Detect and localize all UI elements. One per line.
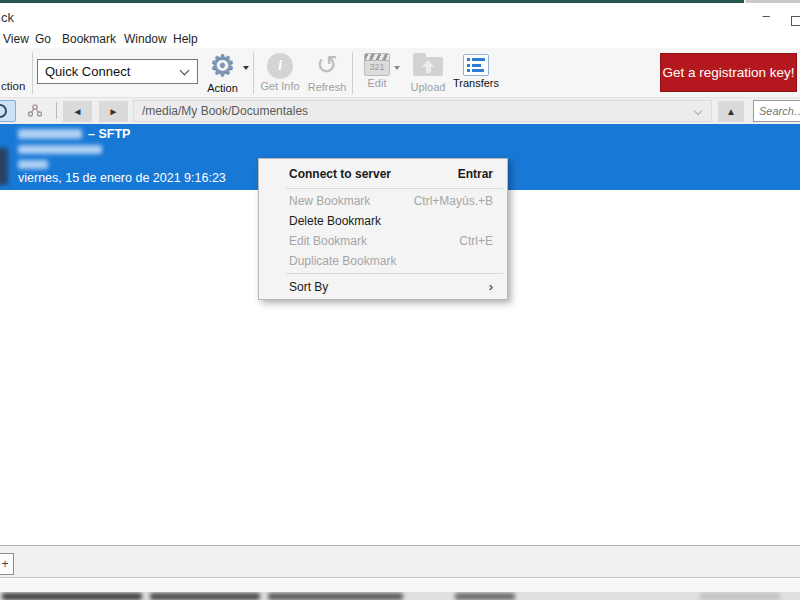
search-box [753,100,800,122]
menu-item-delete-bookmark[interactable]: Delete Bookmark [259,211,507,231]
edit-button[interactable]: 321 Edit [357,50,397,89]
edit-label: Edit [357,77,397,89]
transfers-icon [463,54,489,76]
quick-connect-combobox[interactable]: Quick Connect [37,59,198,84]
cyberduck-window: ck – View Go Bookmark Window Help ction … [0,0,800,600]
action-button[interactable]: ⚙ Action [200,50,245,94]
bookmark-timestamp: viernes, 15 de enero de 2021 9:16:23 [18,171,226,185]
menu-window[interactable]: Window [124,32,167,46]
search-input[interactable] [754,101,800,121]
transfers-label: Transfers [450,77,502,89]
refresh-label: Refresh [303,81,351,93]
history-view-toggle[interactable] [0,100,16,122]
blurred-background-strip [0,592,800,600]
bookmark-protocol: – SFTP [88,127,130,141]
toolbar-separator [352,52,353,94]
current-path: /media/My Book/Documentales [142,104,308,118]
nav-separator [56,102,57,119]
add-bookmark-button[interactable]: + [0,553,14,575]
open-connection-button[interactable]: ction [1,80,25,92]
get-registration-key-button[interactable]: Get a registration key! [660,53,797,92]
quick-connect-value: Quick Connect [45,64,130,79]
path-combobox[interactable]: /media/My Book/Documentales [133,100,712,122]
toolbar-separator [253,52,254,94]
menu-item-new-bookmark[interactable]: New Bookmark Ctrl+Mayús.+B [259,191,507,211]
upload-label: Upload [405,81,451,93]
menu-item-edit-bookmark[interactable]: Edit Bookmark Ctrl+E [259,231,507,251]
shortcut-new-bookmark: Ctrl+Mayús.+B [414,194,493,208]
toolbar: ction Quick Connect ⚙ Action i Get Info … [0,48,800,98]
refresh-icon: ↺ [303,50,351,80]
back-button[interactable]: ◄ [63,101,92,122]
menu-item-duplicate-bookmark[interactable]: Duplicate Bookmark [259,251,507,271]
menu-bar: View Go Bookmark Window Help [0,29,800,48]
status-bar: + [0,545,800,578]
redacted-username [18,160,48,169]
submenu-arrow-icon: › [489,279,493,294]
edit-clapperboard-icon: 321 [364,53,390,76]
menu-separator [286,273,503,274]
context-menu: Connect to server Entrar New Bookmark Ct… [258,158,508,300]
window-bottom-edge [0,579,800,592]
menu-help[interactable]: Help [173,32,198,46]
action-label: Action [200,82,245,94]
navigation-bar: ◄ ► /media/My Book/Documentales ▲ [0,98,800,124]
title-bar: ck – [0,3,800,29]
edit-icon-numbers: 321 [365,61,389,74]
redacted-bookmark-name [18,129,82,139]
bookmark-drive-icon [0,148,8,185]
history-clock-icon [0,104,7,118]
menu-go[interactable]: Go [35,32,51,46]
gear-icon: ⚙ [200,50,245,81]
menu-view[interactable]: View [3,32,29,46]
info-icon: i [267,53,293,79]
transfers-button[interactable]: Transfers [450,50,502,89]
toolbar-separator [32,52,33,94]
get-info-label: Get Info [258,80,302,92]
shortcut-edit-bookmark: Ctrl+E [459,234,493,248]
window-title-fragment: ck [1,10,14,25]
bonjour-icon[interactable] [25,101,45,125]
forward-button[interactable]: ► [99,101,128,122]
path-chevron-down-icon [694,107,702,115]
chevron-down-icon [180,66,190,76]
get-info-button[interactable]: i Get Info [258,50,302,92]
maximize-button[interactable] [791,16,800,26]
upload-button[interactable]: Upload [405,50,451,93]
upload-folder-icon [413,57,443,76]
edit-dropdown-caret-icon[interactable] [394,66,400,70]
shortcut-enter: Entrar [458,167,493,181]
action-dropdown-caret-icon[interactable] [243,66,249,70]
menu-bookmark[interactable]: Bookmark [62,32,116,46]
menu-item-sort-by[interactable]: Sort By › [259,276,507,297]
menu-item-connect-to-server[interactable]: Connect to server Entrar [259,161,507,186]
refresh-button[interactable]: ↺ Refresh [303,50,351,93]
minimize-button[interactable]: – [752,5,780,27]
up-directory-button[interactable]: ▲ [718,101,744,122]
menu-separator [286,188,503,189]
redacted-hostname [18,145,102,154]
